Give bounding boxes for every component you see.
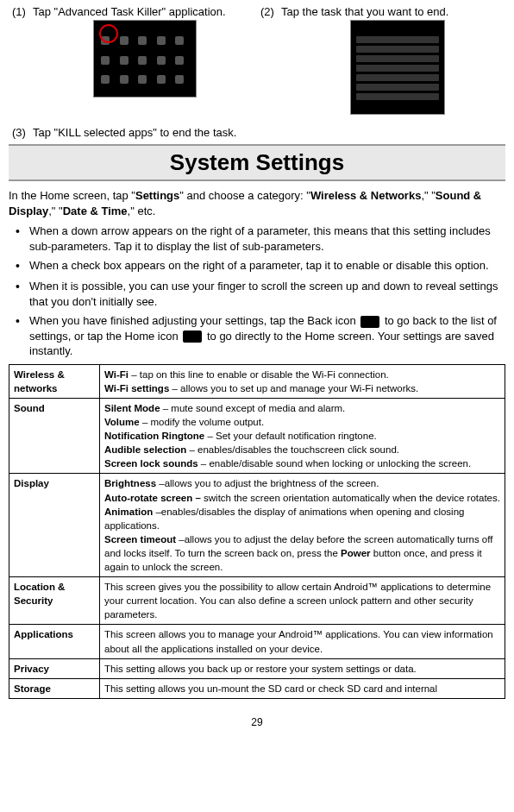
step-3-label: Tap "KILL selected apps" to end the task… [33,126,505,139]
bullet-marker: • [16,223,29,254]
text-lock-sounds: – enable/disable sound when locking or u… [198,458,471,469]
text-wifi: – tap on this line to enable or disable … [128,369,389,380]
task-list-row [356,36,439,43]
app-icon [175,75,184,84]
step-2-label: Tap the task that you want to end. [281,5,448,18]
step-3-num: (3) [9,126,33,139]
bullet-item: •When a check box appears on the right o… [16,258,505,274]
table-row: Location & Security This screen gives yo… [9,577,505,625]
text-volume: – modify the volume output. [140,417,264,427]
red-circle-highlight [99,24,118,43]
cat-sound: Sound [9,399,100,474]
label-audible: Audible selection [104,444,186,455]
home-icon [183,330,202,343]
bullet-text: When it is possible, you can use your fi… [29,279,505,309]
intro-text: ," " [48,205,62,217]
section-header: System Settings [9,144,505,181]
app-icon [120,75,128,84]
app-icon [138,56,147,65]
task-list-row [356,84,439,91]
cat-storage: Storage [9,678,100,698]
task-list-row [356,93,439,100]
desc-display: Brightness –allows you to adjust the bri… [100,474,505,577]
desc-storage: This setting allows you un-mount the SD … [100,678,505,698]
bullet-item: •When a down arrow appears on the right … [16,223,505,254]
bullet-text-part: When you have finished adjusting your se… [29,314,359,327]
label-volume: Volume [104,417,140,427]
bullet-text: When you have finished adjusting your se… [29,313,505,359]
step-1-num: (1) [9,5,33,123]
bullet-marker: • [16,313,29,359]
app-icon [101,75,110,84]
table-row: Privacy This setting allows you back up … [9,658,505,678]
desc-sound: Silent Mode – mute sound except of media… [100,399,505,474]
label-silent: Silent Mode [104,403,160,413]
app-icon [138,36,147,45]
step-1-label: Tap "Advanced Task Killer" application. [33,5,226,18]
app-icon [120,56,128,65]
desc-location: This screen gives you the possibility to… [100,577,505,625]
page-number: 29 [9,716,505,728]
app-icon [120,36,128,45]
app-icon [157,36,166,45]
table-row: Display Brightness –allows you to adjust… [9,474,505,577]
label-ringtone: Notification Ringtone [104,431,204,441]
text-ringtone: – Set your default notification ringtone… [204,431,376,441]
bullet-item: •When you have finished adjusting your s… [16,313,505,359]
back-icon [360,316,379,328]
label-timeout: Screen timeout [104,534,176,544]
table-row: Applications This screen allows you to m… [9,625,505,658]
app-icon [175,56,184,65]
step-1-text: Tap "Advanced Task Killer" application. [33,5,257,123]
settings-table: Wireless & networks Wi-Fi – tap on this … [9,364,505,699]
label-power: Power [341,548,371,558]
app-icon [157,56,166,65]
table-row: Storage This setting allows you un-mount… [9,678,505,698]
cat-applications: Applications [9,625,100,658]
intro-bold-wireless: Wireless & Networks [310,189,422,202]
step-2-screenshot-container [281,20,505,117]
label-animation: Animation [104,507,153,517]
text-silent: – mute sound except of media and alarm. [160,403,346,413]
step-2: (2) Tap the task that you want to end. [257,5,505,123]
label-brightness: Brightness [104,478,156,488]
desc-wireless: Wi-Fi – tap on this line to enable or di… [100,364,505,398]
text-autorotate: switch the screen orientation automatica… [204,493,500,503]
task-list [351,21,444,108]
label-autorotate: Auto-rotate screen – [104,493,204,503]
app-icon [175,36,184,45]
intro-bold-settings: Settings [135,189,179,202]
desc-applications: This screen allows you to manage your An… [100,625,505,658]
bullet-item: •When it is possible, you can use your f… [16,279,505,309]
bullet-text: When a check box appears on the right of… [29,258,505,274]
text-audible: – enables/disables the touchscreen click… [186,444,399,455]
task-list-row [356,65,439,72]
label-lock-sounds: Screen lock sounds [104,458,198,469]
bullet-marker: • [16,279,29,309]
table-row: Sound Silent Mode – mute sound except of… [9,399,505,474]
intro-text: ," " [421,189,435,202]
app-icon [157,75,166,84]
step-2-text: Tap the task that you want to end. [281,5,505,123]
task-list-row [356,74,439,81]
label-wifi-settings: Wi-Fi settings [104,383,169,393]
app-icon [101,56,110,65]
intro-text: In the Home screen, tap " [9,189,135,202]
text-animation: –enables/disables the display of animati… [104,507,464,531]
bullet-text: When a down arrow appears on the right o… [29,223,505,254]
desc-privacy: This setting allows you back up or resto… [100,658,505,678]
bullet-marker: • [16,258,29,274]
cat-display: Display [9,474,100,577]
step-3: (3) Tap "KILL selected apps" to end the … [9,126,505,139]
step-2-num: (2) [257,5,281,123]
step-1-screenshot [93,20,197,98]
cat-location: Location & Security [9,577,100,625]
cat-privacy: Privacy [9,658,100,678]
label-wifi: Wi-Fi [104,369,128,380]
intro-text: " and choose a category: " [179,189,310,202]
table-row: Wireless & networks Wi-Fi – tap on this … [9,364,505,398]
intro-bold-date: Date & Time [63,205,128,217]
step-2-screenshot [350,20,445,115]
task-list-row [356,46,439,53]
text-brightness: –allows you to adjust the brightness of … [156,478,379,488]
